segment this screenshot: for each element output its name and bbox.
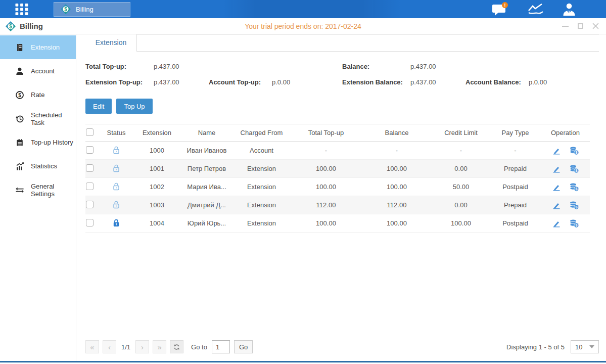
column-header-name: Name [181,124,232,142]
maximize-button[interactable] [577,23,584,30]
top-up-row-icon[interactable]: $ [569,219,579,228]
sidebar-item-statistics[interactable]: Statistics [0,154,76,178]
taskbar-app-billing[interactable]: $ Billing [54,2,130,17]
column-header-status: Status [100,124,133,142]
grid-icon [14,3,30,16]
unlocked-icon [112,182,120,191]
notifications-button[interactable]: ! [492,2,510,16]
page-size-value: 10 [575,343,582,351]
column-header-pay-type: Pay Type [490,124,541,142]
prev-page-button[interactable]: ‹ [103,340,116,353]
sidebar-item-general-settings[interactable]: General Settings [0,178,76,202]
reports-button[interactable] [527,3,544,16]
clock-history-icon [15,114,24,123]
cell-extension: 1004 [133,214,181,233]
go-button[interactable]: Go [234,340,253,353]
svg-text:$: $ [575,223,577,228]
sidebar-item-scheduled-task[interactable]: Scheduled Task [0,107,76,130]
account-topup-value: p.0.00 [272,78,327,86]
cell-name: Дмитрий Д... [181,196,232,214]
app-grid-button[interactable] [13,2,30,16]
cell-credit-limit: 50.00 [432,178,490,196]
sidebar: Extension Account $ Rate [0,34,76,361]
cell-extension: 1001 [133,160,181,178]
cell-total-topup: - [291,142,361,160]
edit-row-icon[interactable] [552,146,561,155]
edit-row-icon[interactable] [552,164,561,173]
row-checkbox[interactable] [86,201,94,208]
top-up-button[interactable]: Top Up [116,99,152,114]
tab-bar-filler [137,34,599,51]
extensions-table: Status Extension Name Charged From Total… [85,124,590,233]
user-menu-button[interactable] [562,2,577,16]
top-up-row-icon[interactable]: $ [569,146,579,155]
cell-name: Юрий Юрь... [181,214,232,233]
sidebar-item-rate[interactable]: $ Rate [0,83,76,107]
total-topup-label: Total Top-up: [85,63,154,70]
next-page-button[interactable]: › [135,340,149,353]
table-body: 1000 Иван Иванов Account - - - - $ [85,142,590,233]
svg-text:$: $ [575,169,577,173]
cell-name: Иван Иванов [181,142,232,160]
edit-button[interactable]: Edit [85,99,112,114]
cell-credit-limit: 100.00 [432,214,490,233]
unlocked-icon [112,146,120,154]
cell-credit-limit: 0.00 [432,196,490,214]
window-title: Billing [20,22,43,30]
cell-pay-type: - [490,142,541,160]
cell-charged-from: Extension [232,160,291,178]
chevron-down-icon [589,345,594,348]
bar-chart-icon [15,162,24,171]
sidebar-item-label: Top-up History [31,139,73,146]
svg-text:$: $ [18,92,21,98]
window-titlebar: $ Billing Your trial period ends on: 201… [0,18,606,34]
table-row: 1000 Иван Иванов Account - - - - $ [85,142,590,160]
refresh-button[interactable] [170,340,183,353]
balance-value: p.437.00 [410,63,465,70]
minimize-button[interactable] [562,23,569,30]
top-up-row-icon[interactable]: $ [569,183,579,192]
pagination-bar: « ‹ 1/1 › » Go to Go Displaying 1 - 5 of… [85,335,599,361]
sidebar-item-topup-history[interactable]: Top-up History [0,130,76,154]
cell-pay-type: Postpaid [490,214,541,233]
first-page-button[interactable]: « [85,340,99,353]
billing-diamond-icon: $ [5,21,16,32]
column-header-balance: Balance [361,124,432,142]
cell-charged-from: Account [232,142,291,160]
goto-page-input[interactable] [212,340,230,353]
taskbar: $ Billing ! [0,0,606,18]
top-up-row-icon[interactable]: $ [569,164,579,173]
row-checkbox[interactable] [86,219,94,226]
svg-text:$: $ [575,151,577,155]
account-topup-label: Account Top-up: [209,78,272,86]
edit-row-icon[interactable] [552,201,561,210]
row-checkbox[interactable] [86,183,94,190]
row-checkbox[interactable] [86,146,94,154]
minimize-icon [562,26,569,27]
page-size-dropdown[interactable]: 10 [571,340,599,353]
cell-charged-from: Extension [232,196,291,214]
sidebar-item-extension[interactable]: Extension [0,35,76,59]
tab-extension[interactable]: Extension [85,34,137,52]
column-header-extension: Extension [133,124,181,142]
close-button[interactable] [592,23,599,30]
row-checkbox[interactable] [86,164,94,172]
select-all-checkbox[interactable] [86,128,94,136]
last-page-button[interactable]: » [153,340,166,353]
cell-balance: 100.00 [361,214,432,233]
cell-total-topup: 100.00 [291,160,361,178]
cell-name: Петр Петров [181,160,232,178]
ledger-icon [15,43,24,52]
tab-bar: Extension [85,34,599,52]
top-up-row-icon[interactable]: $ [569,201,579,210]
svg-text:$: $ [575,187,577,191]
edit-row-icon[interactable] [552,183,561,192]
cell-credit-limit: 0.00 [432,160,490,178]
table-row: 1002 Мария Ива... Extension 100.00 100.0… [85,178,590,196]
sidebar-item-account[interactable]: Account [0,59,76,83]
dollar-circle-icon: $ [15,90,24,100]
goto-label: Go to [191,343,207,351]
edit-row-icon[interactable] [552,219,561,228]
refresh-icon [173,343,180,351]
svg-text:$: $ [64,7,67,12]
